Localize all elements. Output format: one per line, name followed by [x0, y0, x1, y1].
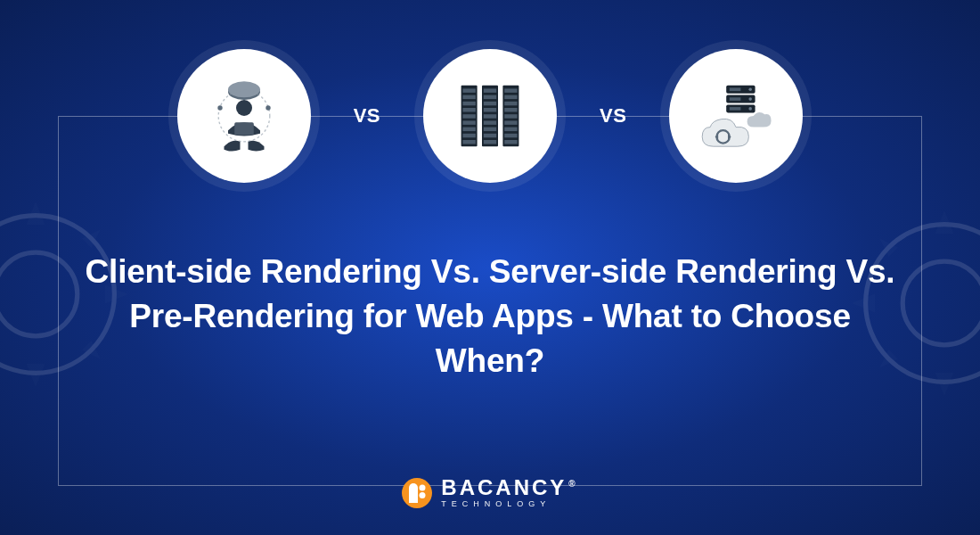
server-rack-icon — [450, 76, 530, 156]
svg-rect-18 — [462, 114, 475, 119]
svg-rect-16 — [462, 102, 475, 106]
svg-rect-33 — [504, 95, 517, 100]
client-side-circle — [177, 49, 311, 183]
page-headline: Client-side Rendering Vs. Server-side Re… — [71, 250, 909, 383]
svg-rect-31 — [484, 140, 496, 144]
brand-logo: BACANCY® TECHNOLOGY — [0, 477, 980, 508]
svg-rect-39 — [504, 134, 517, 138]
svg-rect-14 — [462, 88, 475, 93]
svg-point-44 — [749, 88, 753, 92]
svg-rect-24 — [484, 95, 496, 100]
client-user-icon — [204, 76, 284, 156]
brand-tagline: TECHNOLOGY — [441, 500, 577, 508]
svg-rect-48 — [730, 97, 741, 101]
svg-rect-23 — [484, 88, 496, 93]
svg-rect-47 — [730, 88, 741, 92]
svg-rect-29 — [484, 128, 496, 132]
svg-rect-36 — [504, 114, 517, 119]
server-side-circle — [423, 49, 557, 183]
svg-rect-15 — [462, 95, 475, 100]
svg-rect-34 — [504, 102, 517, 106]
svg-rect-17 — [462, 108, 475, 112]
svg-rect-35 — [504, 108, 517, 112]
svg-rect-40 — [504, 140, 517, 144]
svg-rect-30 — [484, 134, 496, 138]
svg-rect-27 — [484, 114, 496, 119]
brand-name: BACANCY — [441, 475, 567, 499]
svg-rect-20 — [462, 128, 475, 132]
svg-rect-49 — [730, 107, 741, 111]
brand-logo-text: BACANCY® TECHNOLOGY — [441, 477, 577, 508]
svg-point-45 — [749, 97, 753, 101]
svg-rect-7 — [234, 122, 254, 135]
svg-point-46 — [749, 107, 753, 111]
svg-point-10 — [265, 105, 270, 110]
svg-point-2 — [902, 261, 980, 345]
cloud-sync-server-icon — [696, 76, 776, 156]
svg-rect-32 — [504, 88, 517, 93]
svg-point-6 — [236, 100, 252, 116]
svg-rect-28 — [484, 120, 496, 125]
svg-rect-21 — [462, 134, 475, 138]
svg-rect-25 — [484, 102, 496, 106]
comparison-icons-row: VS VS — [0, 49, 980, 183]
svg-point-9 — [217, 105, 222, 110]
svg-rect-38 — [504, 128, 517, 132]
vs-label-1: VS — [354, 104, 380, 128]
svg-point-5 — [228, 81, 260, 97]
pre-rendering-circle — [669, 49, 803, 183]
svg-rect-22 — [462, 140, 475, 144]
brand-registered: ® — [568, 479, 577, 489]
svg-rect-37 — [504, 120, 517, 125]
vs-label-2: VS — [600, 104, 626, 128]
svg-rect-19 — [462, 120, 475, 125]
brand-logo-mark-icon — [402, 478, 432, 508]
svg-rect-26 — [484, 108, 496, 112]
svg-point-0 — [0, 252, 78, 336]
